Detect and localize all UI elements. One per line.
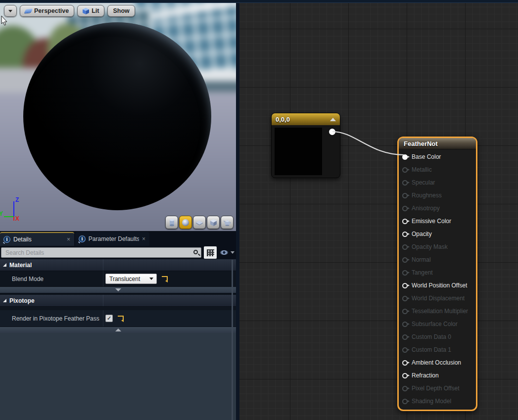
perspective-button[interactable]: Perspective [20, 5, 74, 17]
sphere-mesh-button[interactable] [179, 216, 192, 229]
pin-circle-icon[interactable] [402, 232, 408, 237]
blend-mode-dropdown[interactable]: Translucent [105, 274, 157, 284]
feather-pass-checkbox[interactable]: ✓ [105, 315, 113, 322]
pin-specular[interactable]: Specular [399, 176, 476, 189]
pin-label: Custom Data 1 [412, 346, 451, 353]
pin-circle-icon[interactable] [402, 219, 408, 224]
material-output-node[interactable]: FeatherNot Base ColorMetallicSpecularRou… [397, 137, 477, 411]
pin-label: World Position Offset [412, 282, 467, 289]
pin-circle-icon[interactable] [402, 334, 408, 340]
pin-circle-icon[interactable] [402, 270, 408, 276]
constant-color-node[interactable]: 0,0,0 [271, 113, 340, 178]
pin-anisotropy[interactable]: Anisotropy [399, 202, 476, 215]
pin-circle-icon[interactable] [402, 399, 408, 404]
pin-refraction[interactable]: Refraction [399, 369, 476, 382]
cylinder-mesh-button[interactable] [165, 216, 178, 229]
pin-tangent[interactable]: Tangent [399, 266, 476, 279]
pin-world-position-offset[interactable]: World Position Offset [399, 279, 476, 292]
details-empty-area [0, 333, 236, 420]
cube-mesh-button[interactable] [207, 216, 220, 229]
pin-circle-icon[interactable] [402, 373, 408, 378]
parameter-defaults-info-icon: i [79, 235, 86, 242]
pin-circle-icon[interactable] [402, 386, 408, 391]
chevron-down-icon [149, 278, 153, 280]
pin-label: Metallic [412, 166, 432, 173]
pin-label: Subsurface Color [412, 321, 458, 327]
material-advanced-expander[interactable] [0, 286, 236, 293]
category-material[interactable]: Material [0, 259, 236, 271]
pin-label: Refraction [412, 372, 439, 379]
show-button[interactable]: Show [107, 5, 135, 17]
pin-pixel-depth-offset[interactable]: Pixel Depth Offset [399, 382, 476, 395]
search-input[interactable] [1, 248, 201, 258]
reset-to-default-icon[interactable] [118, 316, 124, 321]
perspective-icon [24, 8, 33, 13]
pin-roughness[interactable]: Roughness [399, 189, 476, 202]
expand-up-icon [115, 328, 121, 331]
pin-label: Pixel Depth Offset [412, 385, 460, 392]
search-box[interactable] [1, 247, 201, 258]
pin-opacity-mask[interactable]: Opacity Mask [399, 240, 476, 253]
lit-button[interactable]: Lit [77, 5, 104, 17]
pin-circle-icon[interactable] [402, 180, 408, 186]
reset-to-default-icon[interactable] [162, 276, 168, 281]
pin-circle-icon[interactable] [402, 309, 408, 314]
lit-label: Lit [92, 7, 99, 14]
pin-circle-icon[interactable] [402, 206, 408, 211]
eye-icon [220, 250, 229, 255]
teapot-mesh-button[interactable] [221, 216, 234, 229]
pin-circle-icon[interactable] [402, 244, 408, 250]
pin-label: Specular [412, 179, 435, 186]
pixotope-collapse-expander[interactable] [0, 327, 236, 333]
preview-viewport[interactable]: Perspective Lit Show Z Y X [0, 3, 236, 231]
pin-opacity[interactable]: Opacity [399, 228, 476, 240]
pin-label: Opacity Mask [412, 243, 448, 250]
pin-circle-icon[interactable] [402, 193, 408, 198]
pin-shading-model[interactable]: Shading Model [399, 395, 476, 408]
pin-label: World Displacement [412, 295, 465, 302]
pin-circle-icon[interactable] [402, 167, 408, 173]
tab-details[interactable]: i Details × [0, 232, 74, 246]
collapse-up-icon[interactable] [330, 118, 336, 121]
pin-circle-icon[interactable] [402, 322, 408, 327]
pin-circle-icon[interactable] [402, 257, 408, 263]
details-scrollbar[interactable] [232, 260, 233, 420]
pin-normal[interactable]: Normal [399, 253, 476, 266]
preview-sphere [23, 22, 211, 210]
blend-mode-label: Blend Mode [0, 276, 103, 282]
close-icon[interactable]: × [142, 235, 145, 242]
pin-base-color[interactable]: Base Color [399, 150, 476, 163]
pin-label: Opacity [412, 231, 432, 237]
pin-custom-data-1[interactable]: Custom Data 1 [399, 343, 476, 356]
pin-custom-data-0[interactable]: Custom Data 0 [399, 330, 476, 343]
view-options-button[interactable] [220, 250, 235, 255]
pin-circle-icon[interactable] [402, 296, 408, 301]
category-pixotope[interactable]: Pixotope [0, 295, 236, 307]
grid-view-icon [207, 249, 214, 256]
property-matrix-button[interactable] [204, 246, 217, 259]
pin-ambient-occlusion[interactable]: Ambient Occlusion [399, 356, 476, 369]
pin-emissive-color[interactable]: Emissive Color [399, 215, 476, 228]
pin-tessellation-multiplier[interactable]: Tessellation Multiplier [399, 305, 476, 318]
pin-world-displacement[interactable]: World Displacement [399, 292, 476, 305]
viewport-options-button[interactable] [4, 5, 17, 17]
category-expanded-icon [3, 299, 6, 302]
chevron-down-icon [8, 10, 12, 12]
pin-label: Anisotropy [412, 205, 440, 212]
pin-circle-icon[interactable] [402, 360, 408, 366]
material-output-header[interactable]: FeatherNot [399, 138, 476, 149]
output-pin[interactable] [329, 129, 335, 135]
cube-icon [210, 219, 217, 227]
material-output-title: FeatherNot [404, 140, 438, 147]
pin-circle-icon[interactable] [402, 347, 408, 353]
tab-parameter-defaults[interactable]: i Parameter Defaults × [75, 232, 149, 246]
close-icon[interactable]: × [67, 236, 70, 243]
show-label: Show [113, 7, 129, 14]
pin-metallic[interactable]: Metallic [399, 163, 476, 176]
pin-subsurface-color[interactable]: Subsurface Color [399, 318, 476, 330]
constant-node-header[interactable]: 0,0,0 [272, 113, 340, 125]
plane-mesh-button[interactable] [193, 216, 206, 229]
tab-details-label: Details [13, 236, 32, 243]
pin-circle-icon[interactable] [402, 283, 408, 288]
pin-circle-icon[interactable] [402, 154, 408, 160]
